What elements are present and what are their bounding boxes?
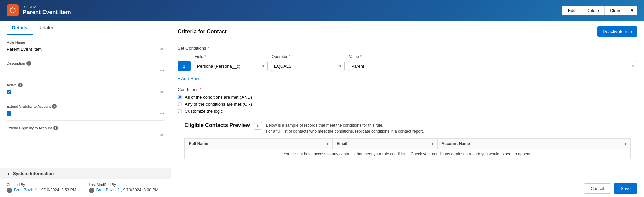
preview-description: Below is a sample of records that meet t… — [266, 122, 424, 134]
system-info-chevron: ▼ — [7, 171, 10, 176]
field-select-wrapper: Persona (Persona__c) ▼ — [194, 61, 268, 71]
system-info-title: System Information — [13, 171, 54, 176]
conditions-or-radio[interactable] — [178, 102, 182, 106]
conditions-custom-option[interactable]: Customize the logic — [178, 109, 637, 114]
main-layout: Details Related Rule Name Parent Event I… — [0, 21, 644, 197]
app-header: BT Rule Parent Event Item Edit Delete Cl… — [0, 0, 644, 21]
condition-row-number: 1 — [178, 61, 191, 71]
no-access-message: You do not have access to any contacts t… — [284, 152, 532, 156]
system-info-section-header[interactable]: ▼ System Information — [0, 168, 171, 179]
created-by-date: , 9/10/2024, 2:53 PM — [39, 188, 76, 192]
modified-by-date: , 9/10/2024, 3:00 PM — [121, 188, 158, 192]
clone-button[interactable]: Clone — [605, 6, 627, 15]
conditions-custom-radio[interactable] — [178, 109, 182, 113]
preview-title: Eligible Contacts Preview — [184, 122, 250, 128]
header-dropdown-button[interactable]: ▼ — [627, 6, 637, 15]
tab-related[interactable]: Related — [33, 21, 60, 35]
conditions-and-radio[interactable] — [178, 95, 182, 99]
col-value-header: Value * — [349, 54, 637, 59]
tab-details[interactable]: Details — [7, 21, 33, 35]
description-info-icon: i — [26, 61, 31, 66]
field-label-extend-eligibility: Extend Eligibility to Account i — [7, 126, 164, 130]
divider — [7, 56, 164, 56]
field-extend-eligibility: Extend Eligibility to Account i ✏ — [7, 126, 164, 139]
divider — [7, 78, 164, 78]
modified-by-col: Last Modified By Brett Bazille1 , 9/10/2… — [89, 183, 164, 193]
edit-button[interactable]: Edit — [562, 6, 581, 15]
conditions-or-option[interactable]: Any of the conditions are met (OR) — [178, 102, 637, 107]
cancel-button[interactable]: Cancel — [584, 183, 611, 194]
col-email: Email ▾ — [332, 139, 437, 149]
save-button[interactable]: Save — [614, 183, 637, 194]
field-value-extend-visibility: ✓ ✏ — [7, 110, 164, 117]
modified-by-label: Last Modified By — [89, 183, 164, 187]
field-rule-name: Rule Name Parent Event Item ✏ — [7, 40, 164, 56]
created-by-link[interactable]: Brett Bazille1 — [14, 188, 38, 192]
divider — [7, 120, 164, 121]
preview-table-header-row: Full Name ▾ Email ▾ — [185, 139, 631, 149]
system-info-columns: Created By Brett Bazille1 , 9/10/2024, 2… — [7, 183, 164, 193]
divider — [7, 99, 164, 99]
app-logo — [7, 4, 19, 16]
conditions-section: Conditions * All of the conditions are m… — [178, 87, 637, 114]
conditions-area: Set Conditions * Field * Operator * — [171, 40, 644, 180]
edit-extend-visibility-icon[interactable]: ✏ — [160, 111, 164, 116]
value-input-wrapper: ✕ — [348, 61, 637, 71]
left-panel: Details Related Rule Name Parent Event I… — [0, 21, 171, 197]
field-select[interactable]: Persona (Persona__c) — [194, 61, 268, 71]
extend-eligibility-checkbox — [7, 133, 11, 137]
col-account-name: Account Name ▾ — [437, 139, 630, 149]
col-operator-header: Operator * — [272, 54, 345, 59]
preview-no-access-cell: You do not have access to any contacts t… — [185, 149, 631, 159]
edit-extend-eligibility-icon[interactable]: ✏ — [160, 133, 164, 138]
add-row-button[interactable]: + Add Row — [178, 74, 199, 83]
header-actions: Edit Delete Clone ▼ — [562, 6, 637, 15]
preview-divider — [178, 118, 637, 118]
extend-eligibility-info-icon: i — [53, 126, 58, 130]
header-title: Parent Event Item — [23, 9, 71, 16]
condition-row-1: 1 Persona (Persona__c) ▼ EQUALS ▼ ✕ — [178, 61, 637, 71]
condition-headers: Field * Operator * Value * — [178, 54, 637, 59]
field-label-active: Active i — [7, 83, 164, 87]
system-info-content: Created By Brett Bazille1 , 9/10/2024, 2… — [0, 179, 171, 197]
col-full-name: Full Name ▾ — [185, 139, 333, 149]
preview-refresh-button[interactable]: ↻ — [254, 122, 262, 130]
field-value-active: ✓ ✏ — [7, 88, 164, 96]
delete-button[interactable]: Delete — [581, 6, 605, 15]
preview-no-access-row: You do not have access to any contacts t… — [185, 149, 631, 159]
logo-icon — [9, 7, 16, 14]
conditions-and-option[interactable]: All of the conditions are met (AND) — [178, 95, 637, 100]
created-by-label: Created By — [7, 183, 82, 187]
modified-by-link[interactable]: Brett Bazille1 — [96, 188, 120, 192]
operator-select[interactable]: EQUALS — [271, 61, 345, 71]
header-title-area: BT Rule Parent Event Item — [23, 5, 71, 16]
edit-rule-name-icon[interactable]: ✏ — [160, 47, 164, 52]
modified-by-avatar — [89, 188, 94, 193]
operator-select-wrapper: EQUALS ▼ — [271, 61, 345, 71]
right-panel-footer: Cancel Save — [171, 180, 644, 197]
account-name-sort-icon[interactable]: ▾ — [625, 142, 626, 146]
criteria-title: Criteria for Contact — [178, 29, 227, 35]
full-name-sort-icon[interactable]: ▾ — [327, 142, 328, 146]
edit-description-icon[interactable]: ✏ — [160, 68, 164, 73]
field-label-rule-name: Rule Name — [7, 40, 164, 44]
active-checkbox: ✓ — [7, 90, 11, 94]
created-by-avatar — [7, 188, 12, 193]
email-sort-icon[interactable]: ▾ — [432, 142, 433, 146]
required-star: * — [206, 46, 209, 51]
edit-active-icon[interactable]: ✏ — [160, 90, 164, 95]
active-info-icon: i — [18, 83, 23, 87]
value-clear-button[interactable]: ✕ — [631, 63, 635, 69]
col-field-header: Field * — [195, 54, 268, 59]
field-description: Description i ✏ — [7, 61, 164, 78]
deactivate-rule-button[interactable]: Deactivate rule — [597, 26, 637, 37]
right-panel-header: Criteria for Contact Deactivate rule — [171, 21, 644, 40]
conditions-label: Conditions * — [178, 87, 637, 92]
field-extend-visibility: Extend Visibility to Account i ✓ ✏ — [7, 104, 164, 121]
extend-visibility-info-icon: i — [52, 104, 57, 109]
value-input[interactable] — [348, 61, 637, 71]
created-by-value: Brett Bazille1 , 9/10/2024, 2:53 PM — [7, 188, 82, 193]
field-value-description: ✏ — [7, 67, 164, 74]
preview-table-body: You do not have access to any contacts t… — [185, 149, 631, 159]
tabs-bar: Details Related — [0, 21, 171, 35]
